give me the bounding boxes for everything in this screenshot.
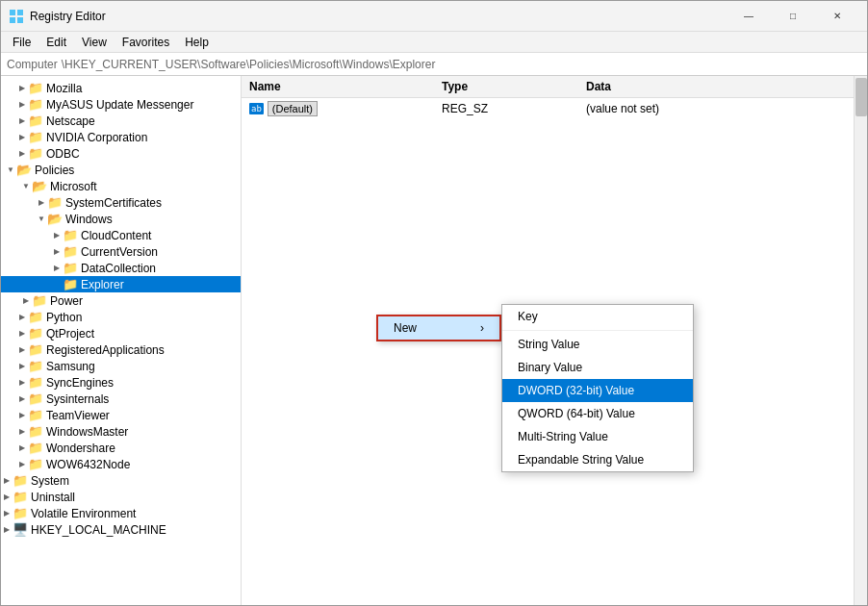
- tree-label-wondershare: Wondershare: [46, 442, 115, 455]
- tree-label-windowsmaster: WindowsMaster: [46, 425, 128, 439]
- maximize-button[interactable]: □: [771, 1, 815, 32]
- tree-item-explorer[interactable]: 📁 Explorer: [1, 276, 241, 292]
- submenu-separator: [502, 330, 693, 331]
- folder-icon-myasus: 📁: [28, 97, 43, 112]
- expand-microsoft[interactable]: ▼: [20, 182, 32, 190]
- tree-item-hklm[interactable]: ▶ 🖥️ HKEY_LOCAL_MACHINE: [1, 521, 241, 538]
- tree-item-qtproject[interactable]: ▶ 📁 QtProject: [1, 325, 241, 341]
- tree-panel[interactable]: ▶ 📁 Mozilla ▶ 📁 MyASUS Update Messenger …: [1, 76, 242, 605]
- tree-item-uninstall[interactable]: ▶ 📁 Uninstall: [1, 489, 241, 505]
- expand-uninstall[interactable]: ▶: [1, 492, 13, 501]
- expand-datacollection[interactable]: ▶: [51, 264, 63, 272]
- folder-icon-odbc: 📁: [28, 146, 43, 161]
- expand-policies[interactable]: ▼: [5, 165, 16, 174]
- tree-item-currentversion[interactable]: ▶ 📁 CurrentVersion: [1, 243, 241, 260]
- expand-syncengines[interactable]: ▶: [16, 378, 28, 387]
- expand-netscape[interactable]: ▶: [16, 116, 28, 125]
- folder-icon-power: 📁: [32, 293, 47, 308]
- submenu-dword-value[interactable]: DWORD (32-bit) Value: [502, 379, 693, 402]
- expand-mozilla[interactable]: ▶: [16, 84, 28, 92]
- folder-icon-sysinternals: 📁: [28, 391, 43, 406]
- tree-label-uninstall: Uninstall: [31, 491, 75, 504]
- detail-row-default[interactable]: ab (Default) REG_SZ (value not set): [242, 98, 854, 119]
- menu-edit[interactable]: Edit: [38, 34, 74, 51]
- folder-icon-datacollection: 📁: [63, 261, 78, 275]
- expand-volatile[interactable]: ▶: [1, 509, 13, 518]
- expand-cloudcontent[interactable]: ▶: [51, 231, 63, 240]
- folder-icon-windowsmaster: 📁: [28, 424, 43, 439]
- svg-rect-3: [17, 17, 23, 23]
- tree-scrollbar[interactable]: [854, 76, 867, 605]
- expand-power[interactable]: ▶: [20, 296, 32, 305]
- tree-item-registeredapps[interactable]: ▶ 📁 RegisteredApplications: [1, 341, 241, 358]
- tree-item-microsoft[interactable]: ▼ 📂 Microsoft: [1, 178, 241, 194]
- expand-systemcerts[interactable]: ▶: [36, 198, 47, 207]
- tree-item-wondershare[interactable]: ▶ 📁 Wondershare: [1, 440, 241, 456]
- expand-myasus[interactable]: ▶: [16, 100, 28, 109]
- submenu-string-value[interactable]: String Value: [502, 333, 693, 356]
- expand-hklm[interactable]: ▶: [1, 525, 13, 534]
- expand-odbc[interactable]: ▶: [16, 149, 28, 158]
- tree-item-system[interactable]: ▶ 📁 System: [1, 472, 241, 489]
- tree-scroll-thumb[interactable]: [855, 78, 867, 116]
- new-menu-item[interactable]: New ›: [376, 315, 501, 341]
- submenu-binary-value[interactable]: Binary Value: [502, 356, 693, 379]
- tree-item-python[interactable]: ▶ 📁 Python: [1, 309, 241, 325]
- tree-label-systemcerts: SystemCertificates: [65, 196, 162, 210]
- tree-item-policies[interactable]: ▼ 📂 Policies: [1, 162, 241, 178]
- expand-wow6432[interactable]: ▶: [16, 460, 28, 468]
- tree-item-netscape[interactable]: ▶ 📁 Netscape: [1, 113, 241, 129]
- tree-item-cloudcontent[interactable]: ▶ 📁 CloudContent: [1, 227, 241, 243]
- detail-panel: Name Type Data ab (Default) REG_SZ (valu…: [242, 76, 854, 605]
- tree-item-sysinternals[interactable]: ▶ 📁 Sysinternals: [1, 391, 241, 407]
- tree-label-power: Power: [50, 294, 83, 308]
- tree-item-datacollection[interactable]: ▶ 📁 DataCollection: [1, 260, 241, 276]
- submenu-multistring-value[interactable]: Multi-String Value: [502, 425, 693, 448]
- expand-system[interactable]: ▶: [1, 476, 13, 485]
- menu-file[interactable]: File: [5, 34, 38, 51]
- tree-item-windowsmaster[interactable]: ▶ 📁 WindowsMaster: [1, 423, 241, 440]
- folder-icon-wondershare: 📁: [28, 441, 43, 455]
- tree-item-odbc[interactable]: ▶ 📁 ODBC: [1, 145, 241, 162]
- tree-item-wow6432[interactable]: ▶ 📁 WOW6432Node: [1, 456, 241, 472]
- expand-windowsmaster[interactable]: ▶: [16, 427, 28, 436]
- tree-item-windows[interactable]: ▼ 📂 Windows: [1, 211, 241, 227]
- col-type: Type: [442, 80, 586, 93]
- folder-icon-explorer: 📁: [63, 277, 78, 291]
- expand-qtproject[interactable]: ▶: [16, 329, 28, 338]
- expand-currentversion[interactable]: ▶: [51, 247, 63, 256]
- default-badge: (Default): [268, 101, 318, 116]
- tree-item-volatile[interactable]: ▶ 📁 Volatile Environment: [1, 505, 241, 521]
- tree-item-teamviewer[interactable]: ▶ 📁 TeamViewer: [1, 407, 241, 423]
- menu-view[interactable]: View: [74, 34, 115, 51]
- minimize-button[interactable]: —: [727, 1, 771, 32]
- submenu-qword-value[interactable]: QWORD (64-bit) Value: [502, 402, 693, 425]
- menu-help[interactable]: Help: [177, 34, 217, 51]
- tree-item-mozilla[interactable]: ▶ 📁 Mozilla: [1, 80, 241, 96]
- expand-windows[interactable]: ▼: [36, 215, 47, 223]
- expand-samsung[interactable]: ▶: [16, 362, 28, 370]
- expand-wondershare[interactable]: ▶: [16, 443, 28, 452]
- tree-label-windows: Windows: [65, 213, 113, 226]
- tree-item-systemcerts[interactable]: ▶ 📁 SystemCertificates: [1, 194, 241, 211]
- tree-item-syncengines[interactable]: ▶ 📁 SyncEngines: [1, 374, 241, 391]
- tree-item-samsung[interactable]: ▶ 📁 Samsung: [1, 358, 241, 374]
- expand-sysinternals[interactable]: ▶: [16, 394, 28, 403]
- expand-teamviewer[interactable]: ▶: [16, 411, 28, 419]
- expand-python[interactable]: ▶: [16, 313, 28, 321]
- folder-icon-systemcerts: 📁: [47, 195, 63, 210]
- tree-item-nvidia[interactable]: ▶ 📁 NVIDIA Corporation: [1, 129, 241, 145]
- expand-nvidia[interactable]: ▶: [16, 133, 28, 141]
- close-button[interactable]: ✕: [815, 1, 859, 32]
- tree-item-power[interactable]: ▶ 📁 Power: [1, 292, 241, 309]
- tree-label-sysinternals: Sysinternals: [46, 392, 109, 406]
- menu-favorites[interactable]: Favorites: [115, 34, 177, 51]
- submenu-expandable-value[interactable]: Expandable String Value: [502, 448, 693, 471]
- expand-registeredapps[interactable]: ▶: [16, 345, 28, 354]
- folder-icon-system: 📁: [13, 473, 28, 488]
- tree-item-myasus[interactable]: ▶ 📁 MyASUS Update Messenger: [1, 96, 241, 113]
- submenu-key[interactable]: Key: [502, 305, 693, 328]
- folder-icon-volatile: 📁: [13, 506, 28, 520]
- submenu-dword-label: DWORD (32-bit) Value: [518, 384, 634, 397]
- tree-label-explorer: Explorer: [81, 278, 124, 291]
